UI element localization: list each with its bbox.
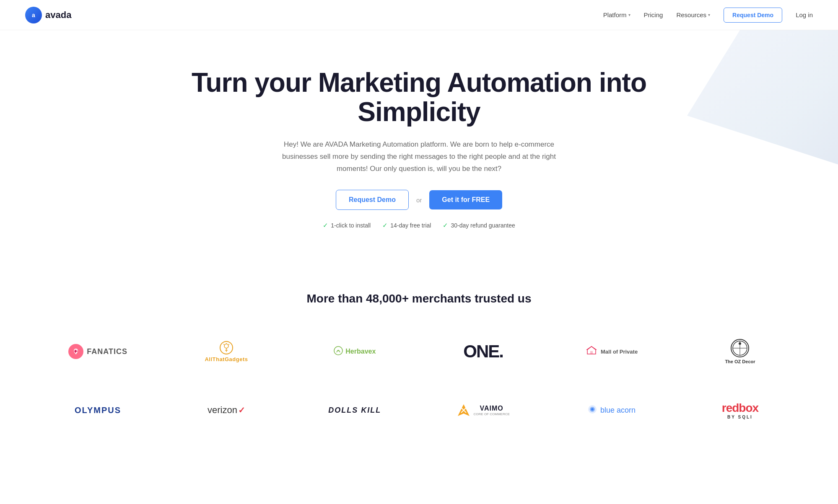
get-free-button[interactable]: Get it for FREE [429,190,502,209]
verizon-check-icon: ✓ [238,405,245,415]
dolls-kill-text: DOLLS KILL [328,406,381,415]
oz-icon [731,339,749,357]
login-button[interactable]: Log in [796,11,813,18]
mop-text: Mall of Private [601,349,638,355]
request-demo-hero-button[interactable]: Request Demo [336,190,409,210]
svg-point-20 [591,408,594,411]
vaimo-x-icon [457,403,470,417]
hero-title: Turn your Marketing Automation into Simp… [189,68,650,127]
nav-platform[interactable]: Platform ▾ [603,11,630,18]
chevron-down-icon: ▾ [628,13,630,17]
chevron-down-icon: ▾ [708,13,710,17]
atg-text: AllThatGadgets [205,356,248,362]
redbox-bottom: by SQLI [722,415,758,419]
logo-blue-acorn: blue acorn [547,389,676,431]
nav-pricing[interactable]: Pricing [644,11,663,18]
vaimo-sub: CORE OF COMMERCE [474,412,510,416]
svg-line-6 [223,344,224,345]
svg-line-7 [228,344,229,345]
ba-text: blue acorn [600,406,636,415]
svg-point-14 [739,342,741,345]
logo-text: avada [45,10,71,21]
badge-install: ✓ 1-click to install [323,222,371,229]
or-label: or [416,196,422,204]
navbar: a avada Platform ▾ Pricing Resources ▾ R… [0,0,838,30]
vaimo-text: VAIMO [480,405,503,412]
request-demo-nav-button[interactable]: Request Demo [724,8,782,23]
hero-badges: ✓ 1-click to install ✓ 14-day free trial… [189,222,650,229]
check-icon: ✓ [443,222,448,229]
check-icon: ✓ [382,222,388,229]
badge-refund: ✓ 30-day refund guarantee [443,222,515,229]
nav-links: Platform ▾ Pricing Resources ▾ Request D… [603,8,813,23]
mop-icon [586,346,597,357]
trusted-section: More than 48,000+ merchants trusted us F… [0,263,838,473]
logo-fanatics: FANATICS [34,331,162,372]
hero-subtitle: Hey! We are AVADA Marketing Automation p… [268,139,570,175]
logos-row-2: OLYMPUS verizon ✓ DOLLS KILL VAIMO [34,389,804,431]
svg-rect-1 [74,351,78,352]
svg-rect-10 [590,351,593,354]
ba-icon [588,405,597,416]
logo-olympus: OLYMPUS [34,389,162,431]
logo-vaimo: VAIMO CORE OF COMMERCE [419,389,547,431]
trusted-title: More than 48,000+ merchants trusted us [34,292,804,305]
check-icon: ✓ [323,222,328,229]
hero-content: Turn your Marketing Automation into Simp… [189,68,650,229]
fanatics-icon [68,344,83,359]
logo-oz-decor: The OZ Decor [676,331,804,372]
svg-point-2 [224,344,228,348]
one-text: ONE. [463,341,503,362]
redbox-top: redbox [722,401,758,415]
badge-trial: ✓ 14-day free trial [382,222,431,229]
logo-one: ONE. [419,331,547,372]
logo-mall-of-private: Mall of Private [547,331,676,372]
logo-allthatgadgets: AllThatGadgets [162,331,291,372]
hero-cta: Request Demo or Get it for FREE [189,190,650,210]
logo-verizon: verizon ✓ [162,389,291,431]
hero-section: Turn your Marketing Automation into Simp… [0,30,838,263]
nav-resources[interactable]: Resources ▾ [676,11,710,18]
oz-text: The OZ Decor [725,359,755,364]
logo-redbox: redbox by SQLI [676,389,804,431]
logo-dolls-kill: DOLLS KILL [291,389,419,431]
logos-row-1: FANATICS AllThatGadgets [34,331,804,372]
logo-icon: a [25,7,42,23]
logo[interactable]: a avada [25,7,71,23]
svg-point-9 [337,350,339,352]
herbavex-icon [334,346,343,357]
atg-icon [220,341,233,354]
verizon-text: verizon [208,405,237,416]
herbavex-text: Herbavex [345,348,376,355]
olympus-text: OLYMPUS [75,406,121,415]
logo-herbavex: Herbavex [291,331,419,372]
fanatics-text: FANATICS [87,347,127,356]
hero-bg-shape [687,30,838,173]
